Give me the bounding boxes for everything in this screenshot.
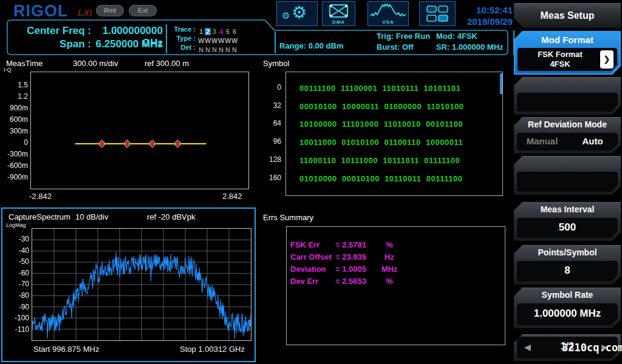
meastime-y-tick: 900m xyxy=(0,104,28,113)
meastime-window[interactable]: MeasTime 300.00 m/div ref 300.00 m I-Q 1… xyxy=(0,58,261,206)
spectrum-y-tick: -90 xyxy=(2,303,29,312)
symbol-rate-label: Symbol Rate xyxy=(514,290,621,300)
symbol-row-bits: 01010000 00010100 10110011 00111100 xyxy=(299,174,462,183)
symbol-row-index: 32 xyxy=(261,101,281,110)
err-unit: % xyxy=(375,240,404,249)
ref-deviation-mode-label: Ref Deviation Mode xyxy=(514,120,621,129)
err-unit: % xyxy=(375,277,404,286)
trace-det-row: NNNNNN xyxy=(198,44,238,55)
symbol-row-bits: 10100000 11101000 11010010 00101100 xyxy=(299,120,463,129)
ref-deviation-mode-button[interactable]: Ref Deviation Mode Manual Auto xyxy=(514,117,621,153)
meas-interval-label: Meas Interval xyxy=(514,204,621,214)
symbol-row-index: 64 xyxy=(261,119,281,127)
empty-value-box xyxy=(517,93,618,112)
symbol-row-bits: 00111100 11100001 11010111 10101101 xyxy=(299,84,461,93)
spectrum-y-tick: -100 xyxy=(2,314,29,323)
spectrum-y-tick: -80 xyxy=(2,291,29,300)
option-auto[interactable]: Auto xyxy=(567,136,618,146)
dma-icon xyxy=(323,3,355,19)
spectrum-y-tick: -50 xyxy=(2,257,29,266)
err-value: = 23.935 xyxy=(335,252,366,261)
rmt-button[interactable]: Rmt xyxy=(96,5,124,16)
time: 10:52:41 xyxy=(449,4,513,16)
meastime-y-tick: -900m xyxy=(0,173,28,182)
meastime-y-tick: 1.2 xyxy=(0,92,28,101)
infobar-divider xyxy=(166,24,167,53)
sr-readout: SR: 1.000000 MHz xyxy=(436,42,504,52)
meastime-scale: 300.00 m/div xyxy=(73,59,118,68)
symbol-title: Symbol xyxy=(263,59,289,68)
mod-readout: Mod: 4FSK xyxy=(436,32,477,41)
sidebar-empty-button-1[interactable] xyxy=(514,77,621,115)
err-name: Dev Err xyxy=(290,277,318,286)
type-label: Type : xyxy=(170,35,196,42)
symbol-rate-button[interactable]: Symbol Rate 1.000000 MHz xyxy=(514,288,621,328)
symbol-row-index: 0 xyxy=(261,83,281,92)
errs-title: Errs Summary xyxy=(263,213,313,222)
meastime-y-tick: 300m xyxy=(0,127,28,136)
center-freq-label: Center Freq : xyxy=(9,25,91,37)
err-value: = 2.5653 xyxy=(335,277,366,286)
err-unit: Hz xyxy=(375,252,404,261)
points-symbol-button[interactable]: Points/Symbol 8 xyxy=(514,245,621,285)
trace-attr: N xyxy=(225,46,231,53)
trace-attr: N xyxy=(198,46,204,53)
meastime-y-tick: 600m xyxy=(0,115,28,124)
spectrum-y-tick: -60 xyxy=(2,269,29,278)
symbol-row-bits: 11000110 10111000 10111011 01111100 xyxy=(299,156,460,165)
symbol-window[interactable]: Symbol 0326496128160 00111100 11100001 1… xyxy=(261,58,510,203)
det-label: Det : xyxy=(170,44,196,51)
meas-setup-button[interactable]: Meas Setup xyxy=(514,3,621,28)
vsa-icon xyxy=(368,2,408,19)
sidebar-empty-button-2[interactable] xyxy=(514,156,621,195)
err-unit: MHz xyxy=(375,265,404,274)
mod-format-button[interactable]: Mod Format FSK Format 4FSK ❯ xyxy=(514,31,621,75)
meastime-y-tick: -300m xyxy=(0,150,28,159)
capture-spectrum-window[interactable]: CaptureSpectrum 10 dB/div ref -20 dBVpk … xyxy=(1,207,256,362)
lxi-logo: LXI xyxy=(78,7,92,18)
errs-table: FSK Err= 2.5781%Carr Offset= 23.935HzDev… xyxy=(286,226,505,345)
symbol-table: 00111100 11100001 11010111 1010110100010… xyxy=(285,72,503,196)
trig-readout: Trig: Free Run xyxy=(377,32,430,41)
errs-summary-window[interactable]: Errs Summary FSK Err= 2.5781%Carr Offset… xyxy=(261,206,510,364)
range-readout: Range: 0.00 dBm xyxy=(279,41,343,50)
burst-readout: Burst: Off xyxy=(377,42,414,52)
mod-format-label: Mod Format xyxy=(515,35,620,45)
meastime-y-tick: 1.5 xyxy=(0,81,28,90)
symbol-row-bits: 10011000 01010100 01100110 10000011 xyxy=(299,138,463,147)
symbol-scrollbar[interactable] xyxy=(500,73,502,94)
spectrum-trace xyxy=(32,229,251,340)
meas-interval-button[interactable]: Meas Interval 500 xyxy=(514,202,621,241)
ext-button[interactable]: Ext xyxy=(129,5,157,16)
meastime-y-tick: 0 xyxy=(0,138,28,147)
spectrum-scale: 10 dB/div xyxy=(75,212,108,221)
points-symbol-label: Points/Symbol xyxy=(514,248,621,257)
spectrum-ref: ref -20 dBVpk xyxy=(147,212,196,221)
instrument-screen: RIGOL LXI Rmt Ext ⚙ ⚙ DMA VSA 10:52:41 2… xyxy=(0,0,622,364)
symbol-row-bits: 00010100 10000011 01000000 11010100 xyxy=(299,102,464,111)
symbol-row-index: 96 xyxy=(261,137,281,146)
fsk-format-label: FSK Format xyxy=(518,50,603,59)
meastime-trace-mode: I-Q xyxy=(4,67,12,73)
spectrum-y-axis-label: LogMag xyxy=(6,222,26,228)
spectrum-y-tick: -30 xyxy=(2,235,29,244)
trace-attr: N xyxy=(231,46,238,53)
span-label: Span : xyxy=(9,38,91,50)
spectrum-plot xyxy=(32,228,251,341)
symbol-row-index: 128 xyxy=(261,155,281,164)
span-value: 6.250000 MHz xyxy=(85,38,163,50)
spectrum-stop-label: Stop 1.00312 GHz xyxy=(180,345,245,354)
trace-attr: N xyxy=(218,46,224,53)
spectrum-start-label: Start 996.875 MHz xyxy=(33,345,99,354)
spectrum-y-tick: -40 xyxy=(2,246,29,255)
submenu-arrow-icon[interactable]: ❯ xyxy=(600,50,613,69)
err-name: FSK Err xyxy=(290,240,320,249)
trace-attr: N xyxy=(211,46,217,53)
err-value: = 2.5781 xyxy=(335,240,366,249)
ref-deviation-mode-box: Manual Auto xyxy=(517,133,618,150)
fsk-format-value: 4FSK xyxy=(518,59,603,69)
err-name: Carr Offset xyxy=(290,252,332,261)
meastime-ref: ref 300.00 m xyxy=(145,59,189,68)
option-manual[interactable]: Manual xyxy=(517,136,567,146)
points-symbol-value: 8 xyxy=(517,265,618,277)
